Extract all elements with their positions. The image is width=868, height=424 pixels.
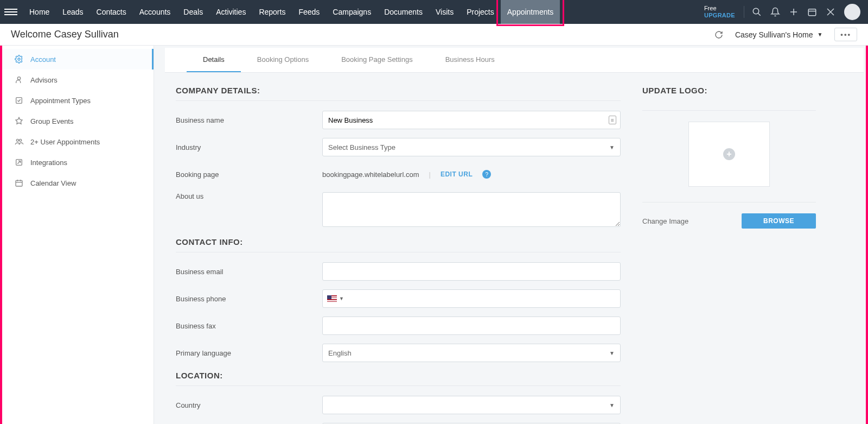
select-industry-placeholder: Select Business Type — [328, 143, 395, 151]
topnav-right: Free UPGRADE — [700, 0, 864, 24]
content-area: Details Booking Options Booking Page Set… — [154, 46, 866, 424]
label-business-fax: Business fax — [176, 322, 322, 330]
section-company-details: COMPANY DETAILS: — [176, 86, 621, 101]
label-about-us: About us — [176, 192, 322, 200]
label-business-name: Business name — [176, 116, 322, 124]
home-dropdown[interactable]: Casey Sullivan's Home ▼ — [730, 27, 828, 42]
sidebar-item-user-appointments[interactable]: 2+ User Appointments — [2, 131, 154, 152]
nav-campaigns[interactable]: Campaigns — [326, 0, 378, 24]
sidebar-item-label: Integrations — [30, 159, 67, 167]
check-icon — [14, 96, 24, 105]
section-contact-info: CONTACT INFO: — [176, 237, 621, 252]
plan-info: Free UPGRADE — [700, 5, 739, 19]
nav-appointments[interactable]: Appointments — [501, 0, 560, 24]
label-business-email: Business email — [176, 268, 322, 276]
tab-details[interactable]: Details — [187, 48, 241, 72]
label-business-phone: Business phone — [176, 295, 322, 303]
more-button[interactable]: ••• — [834, 28, 857, 41]
textarea-about-us[interactable] — [322, 192, 621, 227]
flag-us-icon — [327, 295, 337, 302]
sidebar-item-integrations[interactable]: Integrations — [2, 152, 154, 173]
chevron-down-icon: ▼ — [609, 402, 615, 408]
sidebar-item-appointment-types[interactable]: Appointment Types — [2, 90, 154, 111]
section-update-logo: UPDATE LOGO: — [642, 86, 816, 100]
form-right: UPDATE LOGO: + Change Image BROWSE — [642, 86, 816, 424]
sidebar-item-advisors[interactable]: Advisors — [2, 69, 154, 90]
bell-icon[interactable] — [767, 4, 783, 20]
calendar-icon — [14, 178, 24, 188]
form-left: COMPANY DETAILS: Business name ≡ Industr… — [176, 86, 621, 424]
sidebar-item-label: Group Events — [30, 117, 74, 125]
input-business-fax[interactable] — [322, 317, 621, 335]
sidebar-item-label: Advisors — [30, 76, 58, 84]
logo-upload-box[interactable]: + — [688, 122, 770, 187]
nav-appointments-label: Appointments — [507, 8, 554, 16]
nav-feeds[interactable]: Feeds — [292, 0, 326, 24]
divider — [642, 202, 816, 202]
sidebar-item-account[interactable]: Account — [2, 49, 154, 69]
topnav-items: Home Leads Contacts Accounts Deals Activ… — [23, 0, 560, 24]
tab-booking-page-settings[interactable]: Booking Page Settings — [325, 48, 429, 72]
nav-accounts[interactable]: Accounts — [133, 0, 177, 24]
sub-header: Welcome Casey Sullivan Casey Sullivan's … — [0, 24, 868, 46]
svg-point-0 — [753, 8, 759, 14]
nav-projects[interactable]: Projects — [460, 0, 501, 24]
svg-point-6 — [18, 58, 20, 60]
nav-visits[interactable]: Visits — [429, 0, 460, 24]
upgrade-link[interactable]: UPGRADE — [704, 12, 735, 19]
sidebar-item-calendar-view[interactable]: Calendar View — [2, 173, 154, 193]
nav-reports[interactable]: Reports — [252, 0, 292, 24]
event-icon — [14, 116, 24, 126]
refresh-icon[interactable] — [714, 30, 723, 39]
calendar-icon[interactable] — [804, 4, 820, 20]
nav-leads[interactable]: Leads — [56, 0, 90, 24]
edit-url-link[interactable]: EDIT URL — [441, 170, 473, 178]
top-navigation: Home Leads Contacts Accounts Deals Activ… — [0, 0, 868, 24]
nav-contacts[interactable]: Contacts — [90, 0, 133, 24]
tools-icon[interactable] — [822, 4, 839, 20]
tab-business-hours[interactable]: Business Hours — [429, 48, 511, 72]
annotation-border: Account Advisors Appointment Types Group… — [0, 46, 868, 424]
home-dropdown-label: Casey Sullivan's Home — [735, 30, 813, 39]
svg-point-9 — [16, 139, 18, 141]
search-icon[interactable] — [749, 4, 765, 20]
hamburger-icon[interactable] — [4, 5, 17, 18]
sidebar-item-label: Appointment Types — [30, 97, 91, 105]
booking-page-url: bookingpage.whitelabelurl.com — [322, 170, 419, 179]
nav-home[interactable]: Home — [23, 0, 56, 24]
tabs: Details Booking Options Booking Page Set… — [165, 48, 864, 73]
select-industry[interactable]: Select Business Type ▼ — [322, 138, 621, 156]
nav-deals[interactable]: Deals — [177, 0, 209, 24]
divider — [642, 110, 816, 111]
divider — [744, 6, 744, 18]
input-business-email[interactable] — [322, 262, 621, 281]
gear-icon — [14, 54, 24, 64]
select-country[interactable]: ▼ — [322, 396, 621, 414]
divider: | — [429, 170, 431, 179]
sidebar-item-label: Calendar View — [30, 179, 76, 187]
sidebar-item-label: 2+ User Appointments — [30, 138, 100, 146]
browse-button[interactable]: BROWSE — [742, 213, 816, 229]
chevron-down-icon: ▼ — [609, 144, 615, 150]
select-primary-language[interactable]: English ▼ — [322, 344, 621, 362]
svg-point-7 — [17, 77, 20, 80]
nav-documents[interactable]: Documents — [378, 0, 429, 24]
plus-icon[interactable] — [786, 4, 802, 20]
label-industry: Industry — [176, 143, 322, 151]
avatar[interactable] — [844, 4, 860, 20]
tab-booking-options[interactable]: Booking Options — [241, 48, 325, 72]
sidebar-item-group-events[interactable]: Group Events — [2, 111, 154, 131]
svg-line-12 — [17, 161, 20, 163]
input-business-phone[interactable]: ▼ — [322, 289, 621, 308]
svg-rect-4 — [808, 9, 816, 16]
label-primary-language: Primary language — [176, 349, 322, 357]
country-flag-selector[interactable]: ▼ — [323, 295, 348, 302]
label-country: Country — [176, 401, 322, 409]
nav-activities[interactable]: Activities — [209, 0, 252, 24]
help-icon[interactable]: ? — [482, 170, 491, 179]
input-business-name[interactable] — [322, 111, 621, 129]
sidebar-item-label: Account — [30, 55, 56, 64]
link-icon — [14, 157, 24, 167]
svg-rect-8 — [16, 98, 22, 104]
users-icon — [14, 137, 24, 147]
